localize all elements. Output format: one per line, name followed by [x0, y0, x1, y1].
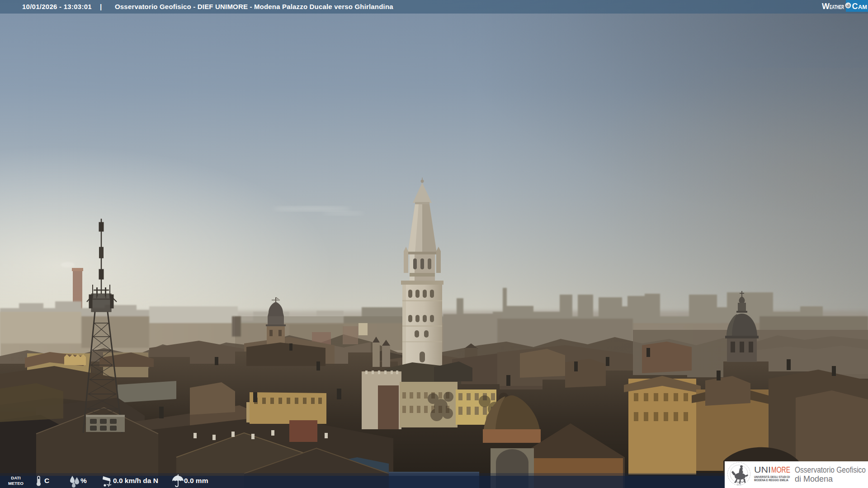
- svg-text:0.0 km/h da N: 0.0 km/h da N: [113, 477, 158, 484]
- svg-text:W: W: [822, 2, 830, 11]
- svg-text:METEO: METEO: [8, 481, 24, 486]
- svg-text:%: %: [80, 477, 87, 484]
- svg-text:C: C: [44, 477, 49, 484]
- svg-text:MODENA E REGGIO EMILIA: MODENA E REGGIO EMILIA: [754, 478, 788, 482]
- svg-text:1175: 1175: [737, 483, 741, 486]
- svg-text:MORE: MORE: [771, 465, 790, 474]
- svg-text:0.0 mm: 0.0 mm: [184, 477, 208, 484]
- svg-text:C: C: [852, 2, 858, 11]
- svg-text:|: |: [100, 3, 102, 10]
- svg-text:Osservatorio Geofisico - DIEF: Osservatorio Geofisico - DIEF UNIMORE - …: [115, 3, 393, 10]
- svg-text:UNI: UNI: [754, 465, 771, 474]
- svg-text:EATHER: EATHER: [830, 4, 844, 10]
- svg-text:Osservatorio Geofisico: Osservatorio Geofisico: [795, 465, 866, 474]
- svg-text:di Modena: di Modena: [795, 474, 833, 483]
- svg-text:10/01/2026 - 13:03:01: 10/01/2026 - 13:03:01: [22, 3, 92, 10]
- svg-text:AM: AM: [858, 4, 867, 10]
- svg-text:DATI: DATI: [11, 475, 20, 480]
